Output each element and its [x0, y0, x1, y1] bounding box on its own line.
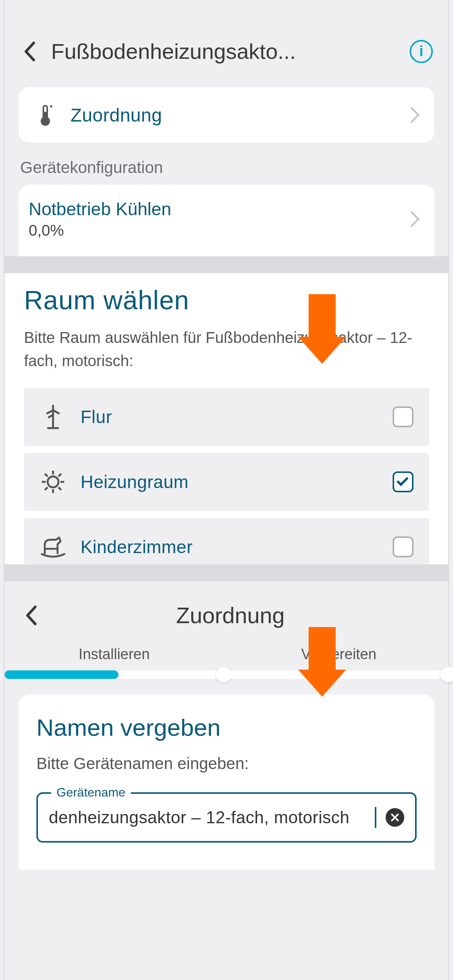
config-item-notbetrieb[interactable]: Notbetrieb Kühlen 0,0%	[19, 185, 434, 256]
page-title: Fußbodenheizungsakto...	[51, 39, 398, 64]
text-caret	[375, 807, 376, 828]
assign-panel-title: Zuordnung	[29, 602, 431, 628]
close-icon	[391, 813, 399, 822]
device-name-input[interactable]: denheizungsaktor – 12-fach, motorisch	[49, 808, 374, 827]
thermometer-icon	[36, 103, 59, 127]
room-item-heizungraum[interactable]: Heizungraum	[24, 453, 429, 511]
assignment-row[interactable]: Zuordnung	[19, 87, 434, 143]
step-label-installieren: Installieren	[5, 646, 224, 663]
config-section-caption: Gerätekonfiguration	[20, 158, 433, 177]
checkmark-icon	[396, 474, 408, 486]
annotation-arrow-icon	[303, 627, 341, 697]
svg-line-13	[58, 487, 61, 490]
room-label: Heizungraum	[81, 471, 379, 492]
room-item-flur[interactable]: Flur	[24, 388, 429, 446]
svg-point-7	[48, 476, 58, 487]
clear-input-button[interactable]	[386, 808, 404, 827]
room-label: Kinderzimmer	[81, 536, 379, 557]
annotation-arrow-icon	[303, 294, 341, 364]
rocking-horse-icon	[39, 533, 67, 560]
room-label: Flur	[81, 406, 379, 427]
room-checkbox[interactable]	[393, 536, 414, 557]
info-icon: i	[419, 43, 424, 60]
svg-line-14	[58, 474, 61, 476]
chevron-right-icon	[403, 211, 420, 227]
room-item-kinderzimmer[interactable]: Kinderzimmer	[24, 518, 429, 564]
room-select-title: Raum wählen	[24, 285, 429, 315]
form-subtitle: Bitte Gerätenamen eingeben:	[36, 754, 417, 773]
gear-icon	[39, 468, 67, 495]
info-button[interactable]: i	[410, 40, 433, 63]
step-progress-installieren	[5, 670, 224, 679]
device-name-field[interactable]: Gerätename denheizungsaktor – 12-fach, m…	[36, 792, 417, 843]
room-checkbox[interactable]	[393, 471, 414, 492]
config-item-value: 0,0%	[29, 222, 406, 239]
config-item-title: Notbetrieb Kühlen	[29, 199, 406, 219]
form-title: Namen vergeben	[36, 714, 417, 741]
chevron-right-icon	[403, 107, 420, 123]
room-checkbox[interactable]	[393, 406, 414, 427]
svg-line-12	[45, 474, 48, 476]
svg-rect-2	[44, 112, 46, 121]
room-select-subtitle: Bitte Raum auswählen für Fußbodenheizung…	[24, 326, 429, 372]
panel-separator	[5, 564, 448, 581]
panel-separator	[5, 256, 448, 273]
field-legend: Gerätename	[51, 785, 131, 800]
chevron-left-icon	[24, 41, 36, 62]
svg-line-15	[45, 487, 48, 490]
back-button[interactable]	[20, 42, 39, 61]
assignment-label: Zuordnung	[70, 105, 394, 126]
coatrack-icon	[39, 403, 67, 430]
